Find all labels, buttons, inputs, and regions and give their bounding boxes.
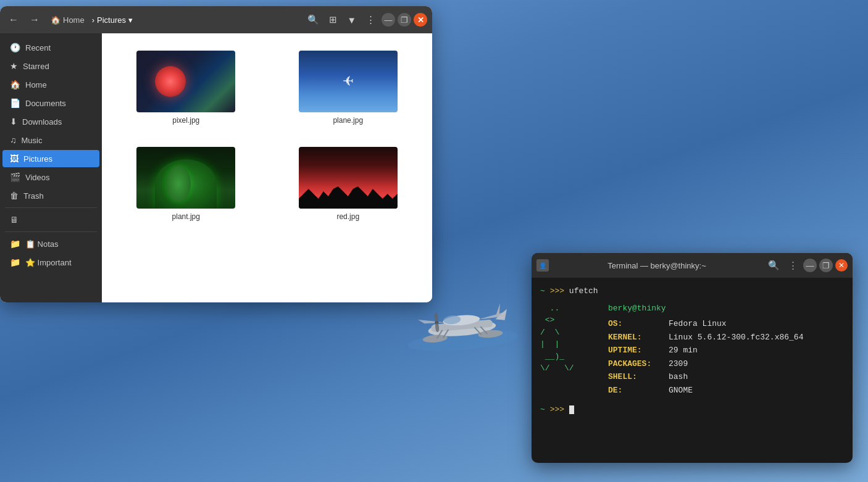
downloads-icon: ⬇ <box>10 117 17 127</box>
sidebar-label-videos: Videos <box>25 173 50 182</box>
file-item-plane[interactable]: plane.jpg <box>277 46 420 130</box>
sidebar-item-documents[interactable]: 📄 Documents <box>2 94 99 112</box>
file-thumb-pixel <box>136 51 235 112</box>
terminal-avatar: 👤 <box>536 259 549 272</box>
ufetch-info: berky@thinky OS: Fedora Linux KERNEL: Li… <box>608 302 803 397</box>
terminal-close-button[interactable]: ✕ <box>835 259 848 272</box>
plane-thumbnail <box>299 51 398 112</box>
sidebar-item-important[interactable]: 📁 ⭐ Important <box>2 254 99 271</box>
file-item-plant[interactable]: plant.jpg <box>114 142 258 226</box>
videos-icon: 🎬 <box>10 172 20 182</box>
folder-important-icon: 📁 <box>10 257 20 267</box>
packages-label: PACKAGES: <box>608 358 664 370</box>
ufetch-output: .. <> / \ | | __)_ \/ \/ berky@thinky OS… <box>540 302 844 397</box>
breadcrumb-dropdown-icon: ▾ <box>128 15 133 25</box>
terminal-next-prompt: ~ >>> <box>540 404 844 416</box>
terminal-command-line: ~ >>> ufetch <box>540 285 844 297</box>
breadcrumb: › Pictures ▾ <box>92 15 133 25</box>
forward-button[interactable]: → <box>26 12 43 28</box>
sidebar-label-recent: Recent <box>25 43 51 52</box>
info-shell: SHELL: bash <box>608 371 803 383</box>
search-button[interactable]: 🔍 <box>304 12 323 28</box>
sidebar-label-music: Music <box>22 136 43 145</box>
ascii-art-text: .. <> / \ | | __)_ \/ \/ <box>540 302 608 375</box>
kernel-label: KERNEL: <box>608 331 664 344</box>
file-item-red[interactable]: red.jpg <box>277 142 420 226</box>
terminal-menu-button[interactable]: ⋮ <box>785 259 801 272</box>
file-item-pixel[interactable]: pixel.jpg <box>114 46 258 130</box>
file-manager-body: 🕐 Recent ★ Starred 🏠 Home 📄 Documents ⬇ … <box>0 33 432 302</box>
close-button[interactable]: ✕ <box>414 13 427 27</box>
maximize-button[interactable]: ❐ <box>398 13 411 27</box>
sidebar-label-downloads: Downloads <box>22 117 62 127</box>
avatar-icon: 👤 <box>539 262 546 269</box>
terminal-minimize-button[interactable]: — <box>803 259 817 272</box>
file-thumb-plane <box>299 51 398 112</box>
terminal-search-button[interactable]: 🔍 <box>765 259 783 272</box>
sidebar-item-downloads[interactable]: ⬇ Downloads <box>2 113 99 130</box>
home-button[interactable]: 🏠 Home <box>47 13 88 27</box>
breadcrumb-current[interactable]: Pictures <box>97 15 126 25</box>
sidebar-item-trash[interactable]: 🗑 Trash <box>2 187 99 204</box>
sidebar: 🕐 Recent ★ Starred 🏠 Home 📄 Documents ⬇ … <box>0 33 102 302</box>
folder-notas-icon: 📁 <box>10 239 20 249</box>
terminal-titlebar: 👤 Terminal — berky@thinky:~ 🔍 ⋮ — ❐ ✕ <box>532 253 853 278</box>
file-thumb-red <box>299 147 398 209</box>
os-label: OS: <box>608 318 664 330</box>
packages-value: 2309 <box>669 358 688 370</box>
home-icon: 🏠 <box>51 15 61 25</box>
info-packages: PACKAGES: 2309 <box>608 358 803 370</box>
documents-icon: 📄 <box>10 98 20 108</box>
file-manager-content: pixel.jpg plane.jpg plant.jpg <box>102 33 432 302</box>
terminal-maximize-button[interactable]: ❐ <box>819 259 833 272</box>
terminal-body[interactable]: ~ >>> ufetch .. <> / \ | | __)_ \/ \/ be… <box>532 278 853 463</box>
sidebar-label-trash: Trash <box>23 191 44 201</box>
de-value: GNOME <box>669 384 693 397</box>
sidebar-item-notas[interactable]: 📁 📋 Notas <box>2 235 99 252</box>
file-name-plant: plant.jpg <box>172 212 200 221</box>
info-de: DE: GNOME <box>608 384 803 397</box>
terminal-arrows: >>> <box>550 286 564 296</box>
file-thumb-plant <box>136 147 235 209</box>
back-button[interactable]: ← <box>5 12 22 28</box>
terminal-window: 👤 Terminal — berky@thinky:~ 🔍 ⋮ — ❐ ✕ ~ … <box>532 253 853 463</box>
file-name-pixel: pixel.jpg <box>172 116 199 125</box>
breadcrumb-separator: › <box>92 15 94 25</box>
os-value: Fedora Linux <box>669 318 727 330</box>
plant-thumbnail <box>136 147 235 209</box>
pixel-thumbnail <box>136 51 235 112</box>
sidebar-label-pictures: Pictures <box>23 154 52 164</box>
username-display: berky@thinky <box>608 304 666 313</box>
de-label: DE: <box>608 384 664 397</box>
red-thumbnail <box>299 147 398 209</box>
uptime-label: UPTIME: <box>608 344 664 357</box>
sidebar-item-pictures[interactable]: 🖼 Pictures <box>2 150 99 167</box>
uptime-value: 29 min <box>669 344 698 357</box>
minimize-button[interactable]: — <box>382 13 395 27</box>
terminal-title: Terminal — berky@thinky:~ <box>553 261 761 270</box>
sort-button[interactable]: ▼ <box>343 12 360 28</box>
sidebar-label-home: Home <box>25 80 47 89</box>
sidebar-item-recent[interactable]: 🕐 Recent <box>2 39 99 56</box>
terminal-arrows-2: >>> <box>550 405 564 414</box>
view-button[interactable]: ⊞ <box>325 12 341 28</box>
sidebar-item-home[interactable]: 🏠 Home <box>2 76 99 93</box>
file-name-red: red.jpg <box>336 212 359 221</box>
info-kernel: KERNEL: Linux 5.6.12-300.fc32.x86_64 <box>608 331 803 344</box>
kernel-value: Linux 5.6.12-300.fc32.x86_64 <box>669 331 803 344</box>
sidebar-item-videos[interactable]: 🎬 Videos <box>2 168 99 186</box>
sidebar-item-starred[interactable]: ★ Starred <box>2 57 99 75</box>
pictures-icon: 🖼 <box>10 154 19 164</box>
menu-button[interactable]: ⋮ <box>362 12 379 28</box>
shell-value: bash <box>669 371 688 383</box>
file-name-plane: plane.jpg <box>333 116 363 125</box>
info-uptime: UPTIME: 29 min <box>608 344 803 357</box>
sidebar-label-important: ⭐ Important <box>25 258 72 267</box>
sidebar-label-documents: Documents <box>25 99 66 108</box>
sidebar-item-music[interactable]: ♫ Music <box>2 131 99 149</box>
terminal-tilde: ~ <box>540 286 545 296</box>
terminal-command: ufetch <box>569 286 598 296</box>
sidebar-item-network[interactable]: 🖥 <box>2 211 99 228</box>
terminal-right-buttons: 🔍 ⋮ — ❐ ✕ <box>765 259 848 272</box>
starred-icon: ★ <box>10 61 18 71</box>
